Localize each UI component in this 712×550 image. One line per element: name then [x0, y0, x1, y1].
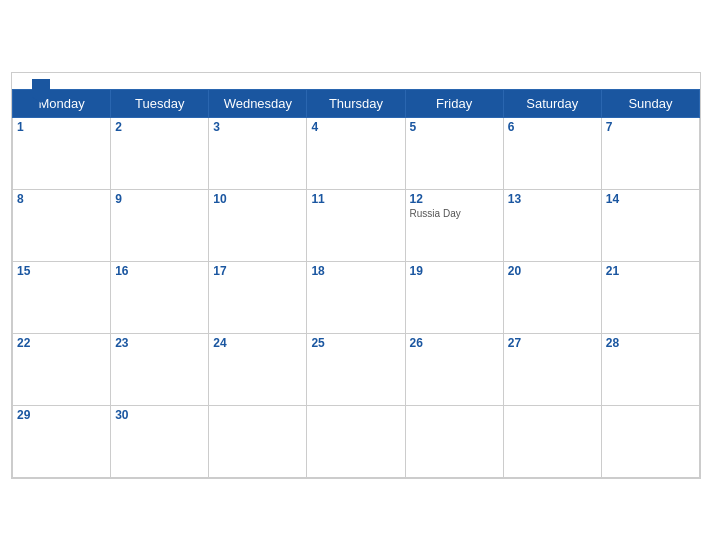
calendar-cell [307, 405, 405, 477]
calendar-cell: 9 [111, 189, 209, 261]
calendar-thead: MondayTuesdayWednesdayThursdayFridaySatu… [13, 89, 700, 117]
date-number: 10 [213, 192, 302, 206]
weekday-header-tuesday: Tuesday [111, 89, 209, 117]
calendar-body: 123456789101112Russia Day131415161718192… [13, 117, 700, 477]
calendar-cell: 16 [111, 261, 209, 333]
date-number: 12 [410, 192, 499, 206]
calendar-cell: 25 [307, 333, 405, 405]
date-number: 16 [115, 264, 204, 278]
calendar-cell: 17 [209, 261, 307, 333]
date-number: 7 [606, 120, 695, 134]
date-number: 22 [17, 336, 106, 350]
date-number: 3 [213, 120, 302, 134]
date-number: 9 [115, 192, 204, 206]
weekday-header-friday: Friday [405, 89, 503, 117]
calendar-cell: 29 [13, 405, 111, 477]
calendar-cell: 7 [601, 117, 699, 189]
calendar-cell: 11 [307, 189, 405, 261]
calendar-cell: 8 [13, 189, 111, 261]
logo-icon [32, 79, 50, 103]
date-number: 23 [115, 336, 204, 350]
calendar-cell [601, 405, 699, 477]
calendar-cell: 15 [13, 261, 111, 333]
calendar-cell: 5 [405, 117, 503, 189]
date-number: 5 [410, 120, 499, 134]
date-number: 13 [508, 192, 597, 206]
date-number: 30 [115, 408, 204, 422]
calendar-cell: 3 [209, 117, 307, 189]
date-number: 27 [508, 336, 597, 350]
date-number: 24 [213, 336, 302, 350]
calendar-cell: 22 [13, 333, 111, 405]
calendar-cell: 2 [111, 117, 209, 189]
weekday-header-thursday: Thursday [307, 89, 405, 117]
calendar-week-row: 89101112Russia Day1314 [13, 189, 700, 261]
date-number: 18 [311, 264, 400, 278]
calendar-week-row: 2930 [13, 405, 700, 477]
calendar-cell: 4 [307, 117, 405, 189]
calendar-cell: 1 [13, 117, 111, 189]
calendar-cell: 30 [111, 405, 209, 477]
date-number: 20 [508, 264, 597, 278]
calendar-cell: 12Russia Day [405, 189, 503, 261]
calendar-cell: 14 [601, 189, 699, 261]
calendar-cell [209, 405, 307, 477]
calendar-cell: 23 [111, 333, 209, 405]
date-number: 6 [508, 120, 597, 134]
svg-marker-0 [32, 79, 50, 103]
date-number: 28 [606, 336, 695, 350]
date-number: 4 [311, 120, 400, 134]
calendar-cell: 26 [405, 333, 503, 405]
weekday-header-sunday: Sunday [601, 89, 699, 117]
calendar-cell: 20 [503, 261, 601, 333]
calendar-cell: 27 [503, 333, 601, 405]
logo [28, 79, 50, 103]
date-number: 29 [17, 408, 106, 422]
date-number: 1 [17, 120, 106, 134]
date-number: 25 [311, 336, 400, 350]
calendar-cell: 18 [307, 261, 405, 333]
date-number: 15 [17, 264, 106, 278]
weekday-header-row: MondayTuesdayWednesdayThursdayFridaySatu… [13, 89, 700, 117]
calendar-grid: MondayTuesdayWednesdayThursdayFridaySatu… [12, 89, 700, 478]
calendar-cell: 13 [503, 189, 601, 261]
weekday-header-saturday: Saturday [503, 89, 601, 117]
date-number: 19 [410, 264, 499, 278]
date-number: 8 [17, 192, 106, 206]
calendar-cell: 19 [405, 261, 503, 333]
calendar-cell: 6 [503, 117, 601, 189]
calendar-week-row: 15161718192021 [13, 261, 700, 333]
calendar-cell [503, 405, 601, 477]
calendar-cell: 21 [601, 261, 699, 333]
date-number: 21 [606, 264, 695, 278]
calendar-week-row: 22232425262728 [13, 333, 700, 405]
calendar-cell: 28 [601, 333, 699, 405]
calendar-cell [405, 405, 503, 477]
calendar-cell: 10 [209, 189, 307, 261]
calendar-container: MondayTuesdayWednesdayThursdayFridaySatu… [11, 72, 701, 479]
date-number: 2 [115, 120, 204, 134]
calendar-cell: 24 [209, 333, 307, 405]
date-number: 17 [213, 264, 302, 278]
calendar-event: Russia Day [410, 208, 499, 219]
date-number: 11 [311, 192, 400, 206]
weekday-header-wednesday: Wednesday [209, 89, 307, 117]
date-number: 26 [410, 336, 499, 350]
date-number: 14 [606, 192, 695, 206]
calendar-header [12, 73, 700, 89]
calendar-week-row: 1234567 [13, 117, 700, 189]
